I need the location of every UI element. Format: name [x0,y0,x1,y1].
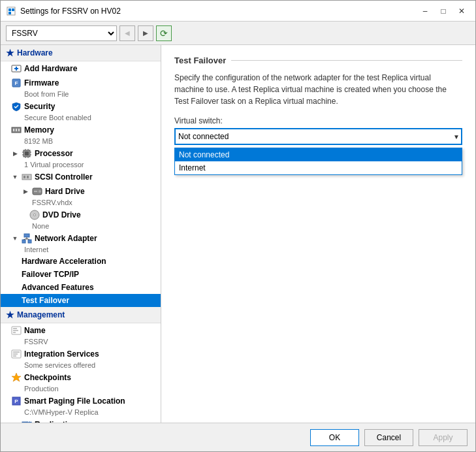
add-hardware-label: Add Hardware [24,64,77,73]
processor-expand[interactable]: ▶ [11,150,19,157]
svg-rect-1 [8,8,11,11]
hdd-expand[interactable]: ▶ [22,187,29,195]
add-hardware-row[interactable]: Add Hardware [1,61,161,76]
advanced-features-row[interactable]: Advanced Features [1,281,161,294]
hardware-section-header[interactable]: ★ Hardware [1,45,161,61]
virtual-switch-select[interactable]: Not connected Internet [174,128,462,145]
name-row[interactable]: Name [1,323,161,338]
network-adapter-row[interactable]: ▼ Network Adapter [1,231,161,246]
firmware-item: F Firmware Boot from File [1,76,161,99]
scsi-controller-item: ▼ SCSI Controller ▶ [1,170,161,231]
integration-row[interactable]: Integration Services [1,347,161,361]
add-hardware-icon [11,63,22,74]
hdd-icon [32,186,42,197]
panel-description: Specify the configuration of the network… [174,72,462,107]
management-section-header[interactable]: ★ Management [1,307,161,323]
apply-button[interactable]: Apply [419,429,468,446]
security-sublabel: Secure Boot enabled [1,114,161,123]
firmware-icon: F [11,78,22,88]
main-window: Settings for FSSRV on HV02 – □ ✕ FSSRV ◀… [0,0,476,452]
ok-button[interactable]: OK [310,429,359,446]
management-section: ★ Management Na [1,307,161,423]
name-label: Name [24,326,46,335]
svg-rect-24 [24,176,25,178]
bottom-bar: OK Cancel Apply [1,423,475,451]
back-button[interactable]: ◀ [119,25,135,41]
smart-paging-row[interactable]: P Smart Paging File Location [1,394,161,408]
name-item: Name FSSRV [1,323,161,347]
dvd-drive-row[interactable]: DVD Drive [1,208,161,222]
scsi-expand[interactable]: ▼ [11,173,19,181]
replication-row[interactable]: ▶ Replication [1,417,161,423]
dropdown-option-not-connected[interactable]: Not connected [175,148,462,161]
hw-accel-label: Hardware Acceleration [22,257,106,266]
name-sublabel: FSSRV [1,338,161,347]
processor-icon [22,148,32,159]
test-failover-row[interactable]: Test Failover [1,294,161,307]
hardware-section-icon: ★ [6,48,14,58]
security-label: Security [24,102,55,111]
scsi-icon [22,172,32,182]
main-content: ★ Hardware Add Hardware [1,45,475,423]
network-adapter-sublabel: Internet [1,246,161,255]
smart-paging-item: P Smart Paging File Location C:\VM\Hyper… [1,394,161,417]
checkpoints-label: Checkpoints [24,373,71,382]
test-failover-label: Test Failover [22,296,69,305]
reload-button[interactable]: ⟳ [156,25,172,41]
integration-sublabel: Some services offered [1,361,161,370]
svg-rect-34 [28,240,31,243]
window-controls: – □ ✕ [417,3,470,20]
window-icon [6,6,16,16]
vm-selector[interactable]: FSSRV [6,25,117,41]
svg-text:P: P [14,398,18,404]
scsi-controller-row[interactable]: ▼ SCSI Controller [1,170,161,184]
firmware-sublabel: Boot from File [1,90,161,99]
svg-text:F: F [15,80,18,86]
toolbar: FSSRV ◀ ▶ ⟳ [1,22,475,45]
svg-rect-10 [13,129,14,131]
hw-accel-row[interactable]: Hardware Acceleration [1,255,161,268]
dvd-icon [29,210,40,220]
security-item: Security Secure Boot enabled [1,99,161,123]
hdd-label: Hard Drive [45,187,85,196]
hard-drive-row[interactable]: ▶ Hard Drive [1,184,161,199]
smart-paging-icon: P [11,396,22,406]
management-section-label: Management [17,310,65,319]
checkpoints-row[interactable]: Checkpoints [1,370,161,385]
svg-point-27 [39,190,41,193]
svg-marker-46 [12,373,21,381]
checkpoints-sublabel: Production [1,385,161,394]
processor-sublabel: 1 Virtual processor [1,161,161,170]
hardware-section: ★ Hardware Add Hardware [1,45,161,307]
network-icon [22,233,32,244]
security-row[interactable]: Security [1,99,161,114]
maximize-button[interactable]: □ [435,3,452,20]
forward-button[interactable]: ▶ [138,25,153,41]
checkpoints-icon [11,372,22,383]
virtual-switch-label: Virtual switch: [174,116,462,125]
dvd-label: DVD Drive [42,210,81,219]
processor-item: ▶ [1,146,161,170]
firmware-row[interactable]: F Firmware [1,76,161,90]
processor-row[interactable]: ▶ [1,146,161,161]
sidebar: ★ Hardware Add Hardware [1,45,161,423]
close-button[interactable]: ✕ [453,3,470,20]
cancel-button[interactable]: Cancel [364,429,413,446]
panel-title: Test Failover [174,56,462,65]
advanced-features-label: Advanced Features [22,283,94,292]
dvd-sublabel: None [1,222,161,231]
failover-tcp-row[interactable]: Failover TCP/IP [1,268,161,281]
minimize-button[interactable]: – [417,3,434,20]
net-expand[interactable]: ▼ [11,234,19,242]
memory-label: Memory [24,125,54,135]
titlebar: Settings for FSSRV on HV02 – □ ✕ [1,1,475,22]
svg-rect-32 [24,234,29,237]
svg-rect-11 [16,129,17,131]
management-section-icon: ★ [6,310,14,320]
memory-row[interactable]: Memory [1,123,161,137]
memory-item: Memory 8192 MB [1,123,161,146]
smart-paging-sublabel: C:\VM\Hyper-V Replica [1,408,161,417]
integration-label: Integration Services [24,349,99,359]
svg-point-31 [34,214,35,216]
dropdown-option-internet[interactable]: Internet [175,161,462,174]
